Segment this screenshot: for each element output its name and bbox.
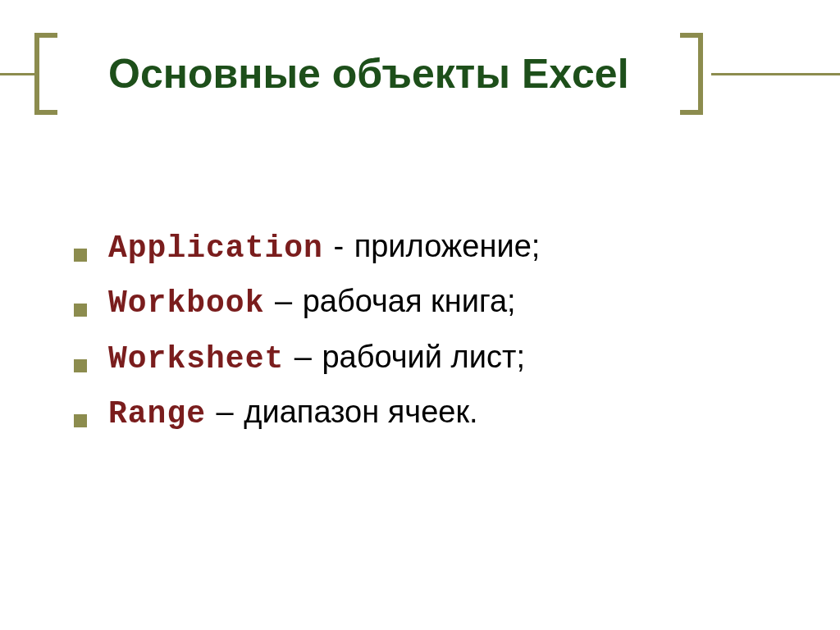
separator: - <box>325 229 353 263</box>
slide-title: Основные объекты Excel <box>102 50 636 98</box>
term: Application <box>108 231 323 266</box>
slide: Основные объекты Excel Application - при… <box>0 0 840 630</box>
list-item: Worksheet – рабочий лист; <box>74 336 791 380</box>
term: Worksheet <box>108 341 284 377</box>
title-bar: Основные объекты Excel <box>0 33 840 115</box>
rule-right <box>711 73 840 75</box>
description: приложение; <box>354 229 541 263</box>
separator: – <box>285 340 320 374</box>
list-item-text: Worksheet – рабочий лист; <box>108 336 525 380</box>
bracket-right-icon <box>680 33 703 115</box>
list-item-text: Application - приложение; <box>108 226 540 269</box>
square-bullet-icon <box>74 304 87 317</box>
term: Range <box>108 396 206 431</box>
list-item-text: Range – диапазон ячеек. <box>108 391 478 435</box>
list-item: Range – диапазон ячеек. <box>74 391 791 435</box>
square-bullet-icon <box>74 359 87 372</box>
rule-left <box>0 73 34 75</box>
list-item: Workbook – рабочая книга; <box>74 281 791 324</box>
bracket-left-icon <box>34 33 57 115</box>
description: рабочая книга; <box>303 284 516 318</box>
list-item: Application - приложение; <box>74 226 791 269</box>
term: Workbook <box>108 285 264 321</box>
bullet-list: Application - приложение; Workbook – раб… <box>74 226 791 446</box>
description: диапазон ячеек. <box>244 395 477 429</box>
separator: – <box>266 284 300 318</box>
square-bullet-icon <box>74 414 87 427</box>
description: рабочий лист; <box>322 340 525 374</box>
separator: – <box>208 395 242 429</box>
list-item-text: Workbook – рабочая книга; <box>108 281 516 324</box>
square-bullet-icon <box>74 249 87 262</box>
